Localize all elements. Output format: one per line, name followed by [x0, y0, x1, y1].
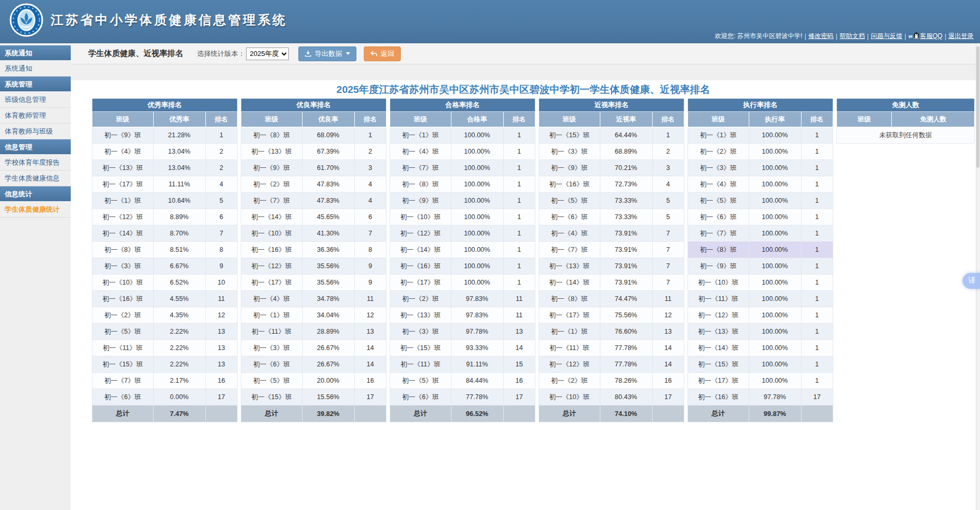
report-panel: 2025年度江苏省苏州市吴中区苏州市吴中区碧波中学初一学生体质健康、近视率排名 … — [71, 80, 976, 510]
main-content: 学生体质健康、近视率排名 选择统计版本： 2025年度 导出数据 — [71, 43, 980, 510]
table-cell: 初一《15》班 — [539, 127, 600, 144]
sidebar-section-header-4[interactable]: 信息统计 — [0, 186, 71, 202]
feedback-link[interactable]: 问题与反馈 — [871, 32, 902, 41]
table-cell: 1 — [503, 225, 535, 242]
total-cell: 7.47% — [153, 405, 205, 422]
table-cell: 100.00% — [451, 209, 503, 225]
back-button[interactable]: 返回 — [364, 46, 401, 61]
table-cell: 初一《3》班 — [241, 340, 303, 356]
sidebar-item[interactable]: 学校体育年度报告 — [0, 155, 71, 171]
sidebar-item[interactable]: 体育教师与班级 — [0, 124, 71, 139]
table-cell: 1 — [801, 209, 833, 225]
table-cell: 初一《7》班 — [390, 160, 451, 176]
sidebar-item-active[interactable]: 学生体质健康统计 — [0, 202, 71, 218]
sidebar-section-header-2[interactable]: 系统管理 — [0, 77, 71, 92]
column-header: 合格率 — [451, 112, 503, 127]
table-cell: 26.67% — [302, 340, 354, 356]
total-cell — [354, 405, 387, 422]
column-header: 班级 — [390, 112, 451, 127]
help-doc-link[interactable]: 帮助文档 — [840, 32, 865, 41]
table-cell: 8.70% — [153, 225, 205, 242]
table-row: 初一《14》班8.70%7 — [92, 225, 238, 242]
sidebar-item[interactable]: 体育教师管理 — [0, 108, 71, 124]
table-cell: 93.33% — [451, 340, 503, 356]
table-cell: 初一《12》班 — [390, 225, 451, 242]
table-cell: 21.28% — [153, 127, 205, 144]
table-cell: 1 — [801, 127, 833, 144]
column-header: 执行率 — [749, 112, 801, 127]
total-cell: 39.82% — [302, 405, 354, 422]
table-cell: 初一《16》班 — [539, 176, 600, 193]
table-row: 初一《8》班100.00%1 — [390, 176, 535, 193]
table-cell: 35.56% — [302, 258, 354, 275]
table-cell: 初一《1》班 — [390, 127, 451, 144]
table-cell: 100.00% — [451, 225, 503, 242]
table-cell: 初一《14》班 — [688, 340, 749, 356]
table-row: 初一《6》班0.00%17 — [92, 389, 238, 405]
table-cell: 13 — [205, 340, 238, 356]
table-row: 初一《4》班100.00%1 — [390, 144, 535, 160]
table-cell: 初一《13》班 — [92, 160, 154, 176]
qq-service-link[interactable]: 客服QQ — [908, 32, 943, 41]
table-cell: 初一《6》班 — [92, 389, 154, 405]
column-header: 排名 — [652, 112, 684, 127]
table-cell: 73.91% — [600, 258, 652, 275]
table-row: 初一《12》班100.00%1 — [688, 307, 833, 324]
table-cell: 初一《6》班 — [241, 356, 303, 373]
table-cell: 初一《3》班 — [688, 160, 749, 176]
table-cell: 初一《15》班 — [241, 389, 303, 405]
table-cell: 100.00% — [749, 258, 801, 275]
change-password-link[interactable]: 修改密码 — [808, 32, 834, 41]
table-row: 初一《1》班76.60%13 — [539, 324, 684, 340]
table-cell: 初一《11》班 — [688, 291, 749, 307]
sidebar-item[interactable]: 班级信息管理 — [0, 92, 71, 108]
export-data-button[interactable]: 导出数据 — [298, 46, 356, 61]
table-cell: 2.22% — [153, 356, 205, 373]
table-cell: 100.00% — [749, 373, 801, 389]
caret-down-icon — [346, 52, 350, 55]
table-cell: 9 — [354, 275, 387, 291]
table-cell: 1 — [801, 144, 833, 160]
table-cell: 初一《12》班 — [241, 258, 303, 275]
table-row: 初一《7》班73.91%7 — [539, 242, 684, 258]
table-title: 免测人数 — [837, 99, 975, 112]
table-cell: 100.00% — [749, 275, 801, 291]
scrollbar-thumb[interactable] — [976, 46, 979, 168]
table-title: 优良率排名 — [241, 99, 387, 112]
welcome-bar: 欢迎您: 苏州市吴中区碧波中学!|修改密码|帮助文档|问题与反馈|客服QQ|退出… — [715, 32, 974, 41]
table-cell: 100.00% — [749, 209, 801, 225]
table-row: 初一《13》班67.39%2 — [241, 144, 387, 160]
table-row: 初一《16》班72.73%4 — [539, 176, 684, 193]
sidebar-section-header-1[interactable]: 系统通知 — [0, 45, 71, 61]
table-cell: 初一《14》班 — [241, 209, 303, 225]
table-cell: 77.78% — [600, 356, 652, 373]
table-row: 初一《4》班34.78%11 — [241, 291, 387, 307]
table-cell: 初一《13》班 — [688, 324, 749, 340]
table-row: 初一《3》班97.78%13 — [390, 324, 535, 340]
table-title: 近视率排名 — [539, 99, 684, 112]
table-cell: 1 — [503, 242, 535, 258]
table-cell: 初一《8》班 — [539, 291, 600, 307]
table-cell: 初一《10》班 — [688, 275, 749, 291]
version-select[interactable]: 2025年度 — [246, 48, 289, 60]
sidebar-item[interactable]: 系统通知 — [0, 61, 71, 77]
table-cell: 16 — [205, 373, 238, 389]
sidebar-section-header-3[interactable]: 信息管理 — [0, 139, 71, 155]
table-cell: 73.91% — [600, 242, 652, 258]
table-cell: 2.22% — [153, 324, 205, 340]
sidebar-item[interactable]: 学生体质健康信息 — [0, 171, 71, 186]
table-row: 初一《17》班11.11%4 — [92, 176, 238, 193]
table-cell: 初一《13》班 — [539, 258, 600, 275]
translate-button[interactable]: 译 — [963, 273, 980, 289]
table-row: 初一《9》班100.00%1 — [688, 258, 833, 275]
table-cell: 1 — [354, 127, 387, 144]
table-title: 优秀率排名 — [92, 99, 238, 112]
sidebar: 系统通知系统通知系统管理班级信息管理体育教师管理体育教师与班级信息管理学校体育年… — [0, 43, 71, 510]
logout-link[interactable]: 退出登录 — [948, 32, 974, 41]
table-row: 初一《11》班100.00%1 — [688, 291, 833, 307]
table-row: 初一《6》班77.78%17 — [390, 389, 535, 405]
table-cell: 12 — [205, 307, 238, 324]
table-cell: 4.55% — [153, 291, 205, 307]
table-row: 初一《10》班80.43%17 — [539, 389, 684, 405]
table-cell: 13.04% — [153, 144, 205, 160]
